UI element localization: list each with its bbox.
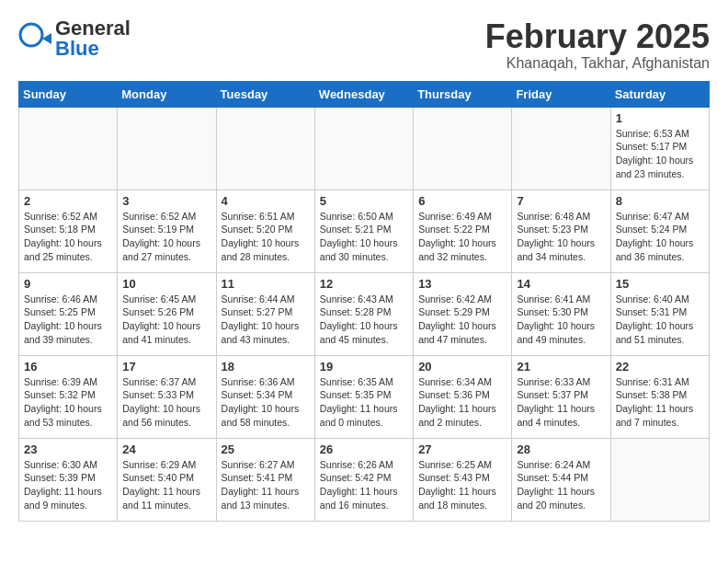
calendar-cell: 7Sunrise: 6:48 AM Sunset: 5:23 PM Daylig… xyxy=(512,190,610,272)
day-info: Sunrise: 6:48 AM Sunset: 5:23 PM Dayligh… xyxy=(517,210,605,264)
day-info: Sunrise: 6:29 AM Sunset: 5:40 PM Dayligh… xyxy=(122,458,210,512)
day-info: Sunrise: 6:27 AM Sunset: 5:41 PM Dayligh… xyxy=(222,458,310,512)
svg-marker-1 xyxy=(42,33,51,44)
day-number: 3 xyxy=(122,194,210,208)
calendar-cell xyxy=(314,107,413,190)
calendar-cell: 19Sunrise: 6:35 AM Sunset: 5:35 PM Dayli… xyxy=(314,355,413,438)
week-row-1: 1Sunrise: 6:53 AM Sunset: 5:17 PM Daylig… xyxy=(19,107,710,190)
day-number: 23 xyxy=(24,442,112,456)
day-number: 26 xyxy=(320,442,408,456)
calendar-cell: 8Sunrise: 6:47 AM Sunset: 5:24 PM Daylig… xyxy=(610,190,709,272)
week-row-4: 16Sunrise: 6:39 AM Sunset: 5:32 PM Dayli… xyxy=(19,355,710,438)
day-number: 14 xyxy=(517,277,605,291)
day-info: Sunrise: 6:26 AM Sunset: 5:42 PM Dayligh… xyxy=(320,458,408,512)
calendar-cell: 15Sunrise: 6:40 AM Sunset: 5:31 PM Dayli… xyxy=(610,272,709,355)
day-info: Sunrise: 6:42 AM Sunset: 5:29 PM Dayligh… xyxy=(418,293,506,347)
weekday-header-friday: Friday xyxy=(512,81,610,107)
weekday-header-row: SundayMondayTuesdayWednesdayThursdayFrid… xyxy=(19,81,710,107)
day-number: 28 xyxy=(517,442,605,456)
weekday-header-monday: Monday xyxy=(118,81,216,107)
calendar-cell xyxy=(216,107,314,190)
calendar-cell: 9Sunrise: 6:46 AM Sunset: 5:25 PM Daylig… xyxy=(19,272,118,355)
day-info: Sunrise: 6:43 AM Sunset: 5:28 PM Dayligh… xyxy=(320,293,408,347)
day-info: Sunrise: 6:41 AM Sunset: 5:30 PM Dayligh… xyxy=(517,293,605,347)
day-number: 9 xyxy=(24,277,112,291)
day-number: 21 xyxy=(517,360,605,373)
calendar-cell: 14Sunrise: 6:41 AM Sunset: 5:30 PM Dayli… xyxy=(512,272,610,355)
calendar-cell: 25Sunrise: 6:27 AM Sunset: 5:41 PM Dayli… xyxy=(216,438,314,521)
week-row-3: 9Sunrise: 6:46 AM Sunset: 5:25 PM Daylig… xyxy=(19,272,710,355)
day-number: 10 xyxy=(122,277,210,291)
page-header: General Blue February 2025 Khanaqah, Tak… xyxy=(18,18,710,72)
calendar-cell: 1Sunrise: 6:53 AM Sunset: 5:17 PM Daylig… xyxy=(610,107,709,190)
weekday-header-wednesday: Wednesday xyxy=(314,81,413,107)
day-number: 12 xyxy=(320,277,408,291)
day-info: Sunrise: 6:35 AM Sunset: 5:35 PM Dayligh… xyxy=(320,375,408,430)
title-block: February 2025 Khanaqah, Takhar, Afghanis… xyxy=(485,18,710,72)
day-number: 16 xyxy=(24,360,112,373)
day-info: Sunrise: 6:37 AM Sunset: 5:33 PM Dayligh… xyxy=(122,375,210,430)
calendar-cell: 23Sunrise: 6:30 AM Sunset: 5:39 PM Dayli… xyxy=(19,438,118,521)
day-number: 27 xyxy=(418,442,506,456)
day-info: Sunrise: 6:46 AM Sunset: 5:25 PM Dayligh… xyxy=(24,293,112,347)
calendar-cell xyxy=(512,107,610,190)
day-number: 24 xyxy=(122,442,210,456)
calendar-cell: 24Sunrise: 6:29 AM Sunset: 5:40 PM Dayli… xyxy=(118,438,216,521)
day-info: Sunrise: 6:40 AM Sunset: 5:31 PM Dayligh… xyxy=(616,293,704,347)
day-number: 6 xyxy=(418,194,506,208)
logo: General Blue xyxy=(18,18,131,59)
calendar-cell: 16Sunrise: 6:39 AM Sunset: 5:32 PM Dayli… xyxy=(19,355,118,438)
day-info: Sunrise: 6:25 AM Sunset: 5:43 PM Dayligh… xyxy=(418,458,506,512)
weekday-header-tuesday: Tuesday xyxy=(216,81,314,107)
weekday-header-thursday: Thursday xyxy=(414,81,512,107)
calendar-cell xyxy=(19,107,118,190)
svg-point-0 xyxy=(20,24,42,46)
logo-text: General Blue xyxy=(55,17,131,60)
day-number: 15 xyxy=(616,277,704,291)
day-number: 4 xyxy=(222,194,310,208)
day-info: Sunrise: 6:44 AM Sunset: 5:27 PM Dayligh… xyxy=(222,293,310,347)
day-info: Sunrise: 6:34 AM Sunset: 5:36 PM Dayligh… xyxy=(418,375,506,430)
day-info: Sunrise: 6:31 AM Sunset: 5:38 PM Dayligh… xyxy=(616,375,704,430)
day-number: 22 xyxy=(616,360,704,373)
calendar-cell xyxy=(118,107,216,190)
day-number: 17 xyxy=(122,360,210,373)
calendar-cell: 17Sunrise: 6:37 AM Sunset: 5:33 PM Dayli… xyxy=(118,355,216,438)
day-info: Sunrise: 6:52 AM Sunset: 5:19 PM Dayligh… xyxy=(122,210,210,264)
calendar-cell xyxy=(610,438,709,521)
weekday-header-sunday: Sunday xyxy=(19,81,118,107)
day-info: Sunrise: 6:24 AM Sunset: 5:44 PM Dayligh… xyxy=(517,458,605,512)
day-number: 7 xyxy=(517,194,605,208)
day-number: 20 xyxy=(418,360,506,373)
month-title: February 2025 xyxy=(485,18,710,55)
calendar-cell: 26Sunrise: 6:26 AM Sunset: 5:42 PM Dayli… xyxy=(314,438,413,521)
calendar-cell: 13Sunrise: 6:42 AM Sunset: 5:29 PM Dayli… xyxy=(414,272,512,355)
day-number: 1 xyxy=(616,111,704,125)
day-number: 5 xyxy=(320,194,408,208)
day-number: 11 xyxy=(222,277,310,291)
calendar-cell: 10Sunrise: 6:45 AM Sunset: 5:26 PM Dayli… xyxy=(118,272,216,355)
logo-icon xyxy=(18,22,51,55)
day-info: Sunrise: 6:50 AM Sunset: 5:21 PM Dayligh… xyxy=(320,210,408,264)
calendar-cell: 12Sunrise: 6:43 AM Sunset: 5:28 PM Dayli… xyxy=(314,272,413,355)
day-info: Sunrise: 6:49 AM Sunset: 5:22 PM Dayligh… xyxy=(418,210,506,264)
day-number: 19 xyxy=(320,360,408,373)
calendar-cell: 5Sunrise: 6:50 AM Sunset: 5:21 PM Daylig… xyxy=(314,190,413,272)
day-info: Sunrise: 6:30 AM Sunset: 5:39 PM Dayligh… xyxy=(24,458,112,512)
day-info: Sunrise: 6:45 AM Sunset: 5:26 PM Dayligh… xyxy=(122,293,210,347)
location: Khanaqah, Takhar, Afghanistan xyxy=(485,55,710,72)
day-info: Sunrise: 6:52 AM Sunset: 5:18 PM Dayligh… xyxy=(24,210,112,264)
calendar-cell: 28Sunrise: 6:24 AM Sunset: 5:44 PM Dayli… xyxy=(512,438,610,521)
day-info: Sunrise: 6:47 AM Sunset: 5:24 PM Dayligh… xyxy=(616,210,704,264)
day-info: Sunrise: 6:51 AM Sunset: 5:20 PM Dayligh… xyxy=(222,210,310,264)
week-row-2: 2Sunrise: 6:52 AM Sunset: 5:18 PM Daylig… xyxy=(19,190,710,272)
calendar-cell: 20Sunrise: 6:34 AM Sunset: 5:36 PM Dayli… xyxy=(414,355,512,438)
calendar-cell: 6Sunrise: 6:49 AM Sunset: 5:22 PM Daylig… xyxy=(414,190,512,272)
day-info: Sunrise: 6:33 AM Sunset: 5:37 PM Dayligh… xyxy=(517,375,605,430)
calendar-cell: 11Sunrise: 6:44 AM Sunset: 5:27 PM Dayli… xyxy=(216,272,314,355)
day-info: Sunrise: 6:53 AM Sunset: 5:17 PM Dayligh… xyxy=(616,127,704,181)
day-number: 2 xyxy=(24,194,112,208)
day-number: 13 xyxy=(418,277,506,291)
calendar-cell: 2Sunrise: 6:52 AM Sunset: 5:18 PM Daylig… xyxy=(19,190,118,272)
calendar-cell: 3Sunrise: 6:52 AM Sunset: 5:19 PM Daylig… xyxy=(118,190,216,272)
